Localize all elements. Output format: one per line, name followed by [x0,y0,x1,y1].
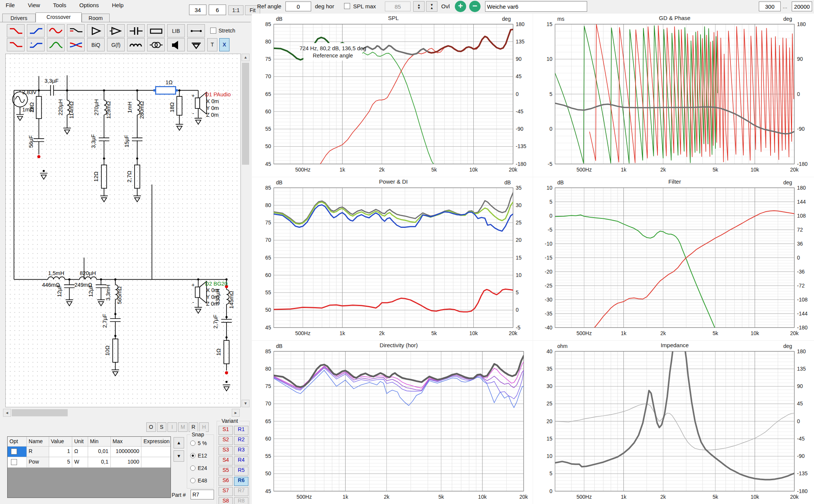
canvas-height-input[interactable] [209,5,226,15]
capacitor-button[interactable] [127,24,145,37]
menu-help[interactable]: Help [106,0,129,10]
library-button[interactable]: LIB [167,24,185,37]
tab-room[interactable]: Room [82,14,110,22]
schematic-vscrollbar[interactable]: ▲ ▼ [242,54,250,407]
variant-r2[interactable]: R2 [234,436,248,445]
crossover-icon [68,40,84,50]
snap-5pct-radio[interactable]: 5 % [190,440,207,446]
menu-options[interactable]: Options [74,0,105,10]
tab-crossover[interactable]: Crossover [36,12,82,22]
variant-r6-selected[interactable]: R6 [234,477,248,486]
svg-text:10k: 10k [469,167,478,173]
peak-block-button[interactable] [47,38,65,51]
param-expression[interactable] [141,447,171,457]
overlay-add-button[interactable]: + [455,1,466,12]
wire-button[interactable] [187,24,205,37]
scroll-left-icon[interactable]: ◄ [3,409,11,417]
variant-s6[interactable]: S6 [219,477,233,486]
shelf-block-button[interactable] [67,24,85,37]
variant-s2[interactable]: S2 [219,436,233,445]
overlay-remove-button[interactable]: − [469,1,481,12]
snap-e12-radio[interactable]: E12 [190,453,207,459]
stretch-checkbox[interactable] [210,28,216,34]
svg-text:72: 72 [797,227,803,233]
ref-angle-input[interactable] [285,2,311,11]
variant-r4[interactable]: R4 [234,456,248,465]
variant-r1[interactable]: R1 [234,426,248,435]
param-value[interactable]: 1 [49,447,73,457]
opt-cell-selected[interactable] [8,447,27,457]
opt-cell[interactable] [8,457,27,467]
variant-s5[interactable]: S5 [219,467,233,476]
table-row[interactable]: Pow 5 W 0,1 1000 [8,457,171,468]
variant-s4[interactable]: S4 [219,456,233,465]
param-name: R [27,447,49,457]
param-expression[interactable] [141,457,171,467]
svg-text:-90: -90 [516,126,523,132]
crossover-schematic[interactable]: 2,83V 1mΩ 28Ω 56µF 3,3µF 220µH 114mΩ 270… [5,54,241,407]
gd-phase-chart[interactable]: -5051015-180-90090180500Hz1k2k5k10k20kGD… [533,14,814,177]
variant-r3[interactable]: R3 [234,446,248,455]
highpass-block-button[interactable] [27,24,45,37]
param-max[interactable]: 10000000 [111,447,142,457]
param-min[interactable]: 0,1 [88,457,111,467]
param-min[interactable]: 0,01 [88,447,111,457]
buffer-button[interactable] [87,24,105,37]
schematic-hscrollbar[interactable]: ◄ ► [3,409,240,417]
collapse-button[interactable]: ▼▲ [426,1,437,12]
gf-block-button[interactable]: G(f) [107,38,125,51]
highshelf-block-button[interactable] [27,38,45,51]
variant-r5[interactable]: R5 [234,467,248,476]
tab-drivers[interactable]: Drivers [2,14,36,22]
vscroll-thumb[interactable] [242,63,249,165]
optimizer-button[interactable]: O [146,422,156,432]
delete-tool-button[interactable]: X [219,38,229,51]
freq-max-input[interactable] [792,2,812,11]
menu-tools[interactable]: Tools [47,0,72,10]
spl-max-checkbox[interactable] [344,3,350,9]
part-number-input[interactable] [191,490,214,499]
param-value[interactable]: 5 [49,457,73,467]
lowshelf-block-button[interactable] [7,38,25,51]
bandpass-block-button[interactable] [47,24,65,37]
spl-chart[interactable]: 455055606570758085-180-135-90-4504590135… [252,14,533,177]
ground-button[interactable] [187,38,205,51]
hscroll-thumb[interactable] [12,409,68,416]
param-max[interactable]: 1000 [111,457,142,467]
speaker-button[interactable] [167,38,185,51]
freq-min-input[interactable] [759,2,781,11]
move-up-button[interactable]: ▲ [174,437,184,448]
variant-s1[interactable]: S1 [219,426,233,435]
move-down-button[interactable]: ▼ [174,450,184,462]
variant-s3[interactable]: S3 [219,446,233,455]
filter-chart[interactable]: -40-35-30-25-20-15-10-50510-180-144-108-… [533,177,814,340]
snap-e24-radio[interactable]: E24 [190,465,207,471]
snap-button[interactable]: S [157,422,166,432]
biquad-button[interactable]: BiQ [87,38,105,51]
zoom-1to1-button[interactable]: 1:1 [228,5,243,15]
transformer-button[interactable] [147,38,165,51]
r-button[interactable]: R [189,422,198,432]
opamp-button[interactable]: +- [107,24,125,37]
canvas-width-input[interactable] [189,5,206,15]
scroll-up-icon[interactable]: ▲ [242,54,250,61]
spl-max-spinner[interactable]: ▲▼ [413,1,425,12]
menu-view[interactable]: View [22,0,46,10]
crossover-block-button[interactable] [67,38,85,51]
power-di-chart[interactable]: 455055606570758085-505101520253035500Hz1… [252,177,533,340]
table-row[interactable]: R 1 Ω 0,01 10000000 [8,447,171,457]
capacitor-icon [129,26,144,36]
variant-name-input[interactable] [485,1,587,12]
variant-s8[interactable]: S8 [219,497,233,504]
directivity-chart[interactable]: 455055606570758085500Hz1k2k5k10k20kDirec… [252,341,533,504]
lowpass-block-button[interactable] [7,24,25,37]
inductor-button[interactable] [127,38,145,51]
impedance-chart[interactable]: 0510152025303540-180-135-90-450459013518… [533,341,814,504]
snap-e48-radio[interactable]: E48 [190,478,207,484]
menu-file[interactable]: File [0,0,20,10]
text-tool-button[interactable]: T [207,38,217,51]
variant-s7[interactable]: S7 [219,487,233,496]
scroll-right-icon[interactable]: ► [232,409,240,417]
resistor-button[interactable] [147,24,165,37]
scroll-down-icon[interactable]: ▼ [242,400,250,407]
